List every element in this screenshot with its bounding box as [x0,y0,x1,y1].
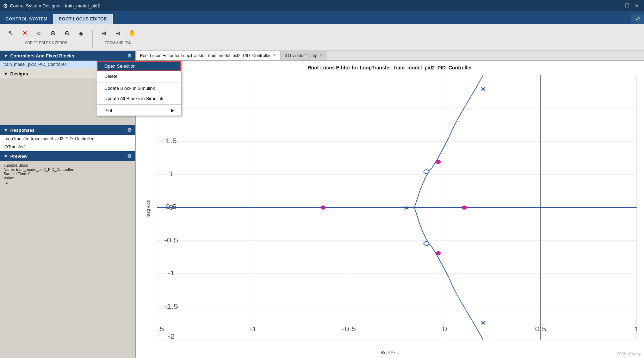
svg-text:-0.5: -0.5 [164,236,178,243]
zoom-out-button[interactable]: ⊖ [112,27,124,39]
menu-update-block[interactable]: Update Block in Simulink [97,83,181,93]
svg-point-36 [435,160,441,164]
chart-area: Root Locus Editor for LoopTransfer_train… [136,61,644,358]
editor-tab-root-locus-label: Root Locus Editor for LoopTransfer_train… [140,53,271,58]
svg-text:0.5: 0.5 [535,325,546,332]
svg-point-39 [435,251,441,255]
preview-arrow: ▼ [4,154,8,159]
menu-delete[interactable]: Delete [97,71,181,81]
merge-button[interactable]: ⊖ [61,27,73,39]
title-bar: ⚙ Control System Designer - train_model_… [0,0,644,11]
modify-icons: ↖ ✕ ○ ⊕ ⊖ ◈ [4,27,87,39]
editor-tab-root-locus-close[interactable]: ✕ [273,53,276,58]
svg-text:-0.5: -0.5 [342,325,356,332]
root-locus-plot: 2 1.5 1 0.5 0 -0.5 -1 -1.5 -2 -1.5 -1 -0… [157,75,637,340]
response-item-io[interactable]: IOTransfer1 [0,143,135,151]
right-panel: Root Locus Editor for LoopTransfer_train… [136,51,644,358]
designs-arrow: ▼ [4,71,8,76]
svg-point-38 [321,205,326,210]
zoom-pan-group: ⊕ ⊖ ✋ ZOOM AND PAN [98,27,138,45]
chart-y-label: Imag Axis [146,200,151,218]
left-panel: ▼ Controllers And Fixed Blocks ⚙ train_m… [0,51,136,358]
chart-container: 2 1.5 1 0.5 0 -0.5 -1 -1.5 -2 -1.5 -1 -0… [157,75,637,340]
designs-title: Designs [10,71,28,76]
svg-text:-1.5: -1.5 [164,303,178,310]
controllers-gear-icon[interactable]: ⚙ [127,53,132,58]
tab-control-system[interactable]: CONTROL SYSTEM [0,14,53,24]
svg-text:1: 1 [634,325,637,332]
pan-button[interactable]: ✋ [126,27,138,39]
responses-section: ▼ Responses ⚙ LoopTransfer_train_model_p… [0,125,135,151]
menu-plot-label: Plot [104,108,112,113]
maximize-button[interactable]: ❐ [623,1,631,10]
svg-text:1: 1 [169,170,173,177]
editor-tab-io-label: IOTransfer1: step [285,53,317,58]
svg-point-41 [424,241,429,246]
back-button[interactable]: ↶ [631,14,644,24]
menu-separator-2 [97,104,181,105]
controllers-arrow: ▼ [4,53,8,58]
preview-text: Tunable Block Name: train_model_pid2_PID… [4,163,132,184]
editor-tab-io-transfer[interactable]: IOTransfer1: step ✕ [280,51,327,60]
zoom-icons: ⊕ ⊖ ✋ [98,27,138,39]
split-button[interactable]: ⊕ [47,27,59,39]
zoom-in-button[interactable]: ⊕ [98,27,110,39]
svg-text:-1: -1 [249,325,256,332]
main-layout: ▼ Controllers And Fixed Blocks ⚙ train_m… [0,51,644,358]
editor-tab-root-locus[interactable]: Root Locus Editor for LoopTransfer_train… [136,51,280,60]
svg-text:×: × [481,319,486,327]
preview-section: ▼ Preview ⚙ Tunable Block Name: train_mo… [0,151,135,358]
svg-text:×: × [404,204,409,212]
menu-update-all[interactable]: Update All Blocks in Simulink [97,93,181,104]
preview-title: Preview [10,154,27,159]
chart-x-label: Real Axis [381,350,398,355]
close-button[interactable]: ✕ [633,1,641,10]
preview-header: ▼ Preview ⚙ [0,151,135,161]
svg-text:-1: -1 [168,269,175,276]
responses-arrow: ▼ [4,128,8,133]
controllers-title: Controllers And Fixed Blocks [10,53,74,58]
menu-plot[interactable]: Plot ▶ [97,105,181,116]
svg-text:0: 0 [442,325,447,332]
chart-title: Root Locus Editor for LoopTransfer_train… [136,61,644,72]
modify-label: MODIFY POLES & ZEROS [24,41,67,45]
svg-point-37 [462,205,467,210]
responses-header: ▼ Responses ⚙ [0,125,135,135]
editor-tab-io-close[interactable]: ✕ [320,53,323,58]
add-pole-button[interactable]: ○ [32,27,45,39]
svg-text:×: × [481,85,486,93]
toolbar: ↖ ✕ ○ ⊕ ⊖ ◈ MODIFY POLES & ZEROS ⊕ ⊖ ✋ Z… [0,24,644,51]
svg-point-40 [424,169,429,174]
editor-tabs: Root Locus Editor for LoopTransfer_train… [136,51,644,61]
response-item-loop[interactable]: LoopTransfer_train_model_pid2_PID_Contro… [0,135,135,143]
erase-button[interactable]: ◈ [75,27,87,39]
watermark: CSDN @vjvkup [617,352,641,356]
responses-gear-icon[interactable]: ⚙ [127,127,132,133]
preview-gear-icon[interactable]: ⚙ [127,153,132,159]
app-title: Control System Designer - train_model_pi… [10,3,100,8]
context-menu: Open Selection Delete Update Block in Si… [97,61,181,116]
menu-separator-1 [97,82,181,82]
submenu-arrow-icon: ▶ [171,108,174,113]
svg-text:-1.5: -1.5 [157,325,164,332]
menu-open-selection[interactable]: Open Selection [97,61,181,71]
svg-text:1.5: 1.5 [166,137,177,144]
responses-title: Responses [10,128,35,133]
delete-button[interactable]: ✕ [18,27,31,39]
modify-poles-group: ↖ ✕ ○ ⊕ ⊖ ◈ MODIFY POLES & ZEROS [4,27,87,45]
controllers-header: ▼ Controllers And Fixed Blocks ⚙ [0,51,135,61]
tab-root-locus-editor[interactable]: ROOT LOCUS EDITOR [53,14,113,24]
app-icon: ⚙ [3,2,8,9]
title-controls: — ❐ ✕ [613,1,641,10]
cursor-button[interactable]: ↖ [4,27,17,39]
toolbar-separator [92,30,93,48]
zoom-label: ZOOM AND PAN [105,41,131,45]
minimize-button[interactable]: — [613,1,621,10]
tab-bar: CONTROL SYSTEM ROOT LOCUS EDITOR ↶ [0,11,644,24]
preview-content: Tunable Block Name: train_model_pid2_PID… [0,161,135,186]
svg-text:-2: -2 [168,333,175,340]
